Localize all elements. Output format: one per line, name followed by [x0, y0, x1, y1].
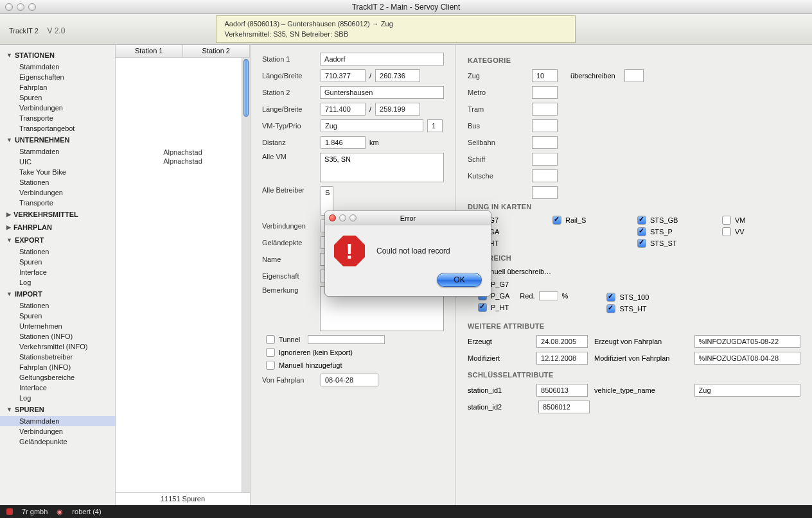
scrollbar[interactable] [242, 58, 250, 492]
check-VV[interactable] [722, 227, 731, 236]
sidebar-group-stationen[interactable]: ▼ STATIONEN [0, 49, 115, 62]
minimize-icon[interactable] [17, 3, 24, 11]
sidebar-item[interactable]: Stationsbetreiber [0, 352, 115, 362]
list-item[interactable]: Alpnachstad [116, 157, 250, 166]
input-modifiziert[interactable] [536, 352, 588, 365]
sidebar-item[interactable]: Verkehrsmittel (INFO) [0, 341, 115, 352]
sidebar-item[interactable]: Transportangebot [0, 123, 115, 134]
input-erzeugt[interactable] [536, 335, 588, 348]
sidebar-item[interactable]: Eigenschaften [0, 72, 115, 82]
check-STS_P[interactable] [637, 227, 646, 236]
sidebar-item[interactable]: Stationen (INFO) [0, 331, 115, 341]
zoom-icon[interactable] [28, 3, 36, 11]
input-lon1[interactable] [321, 69, 366, 82]
kat-input[interactable] [532, 186, 558, 199]
ok-button[interactable]: OK [437, 273, 482, 287]
label-eigenschaft: Eigenschaft [262, 272, 316, 280]
kat-input[interactable] [532, 86, 558, 99]
status-bar: 7r gmbh ◉ robert (4) [0, 505, 812, 518]
input-vmtyp[interactable] [321, 119, 423, 132]
input-station2[interactable] [320, 86, 444, 99]
sidebar-group-fahrplan[interactable]: ▶ FAHRPLAN [0, 221, 115, 234]
check-P_HT[interactable] [478, 303, 487, 312]
check-Rail_S[interactable] [552, 216, 561, 225]
sidebar-item[interactable]: Unternehmen [0, 321, 115, 331]
sidebar-item[interactable]: Fahrplan (INFO) [0, 362, 115, 372]
check-STS_100[interactable] [606, 293, 615, 302]
scrollbar-thumb[interactable] [243, 59, 249, 117]
check-tunnel[interactable] [266, 335, 275, 344]
sidebar-item[interactable]: Spuren [0, 92, 115, 103]
input-station1[interactable] [320, 53, 444, 65]
sidebar-item[interactable]: Stationen [0, 300, 115, 311]
sidebar-item[interactable]: Take Your Bike [0, 167, 115, 177]
label-name: Name [262, 255, 316, 263]
check-ignorieren[interactable] [266, 348, 275, 357]
input-distanz[interactable] [321, 136, 366, 149]
close-icon[interactable] [5, 3, 13, 11]
input-lon2[interactable] [321, 103, 366, 116]
input-prio[interactable] [427, 119, 443, 132]
sidebar-group-unternehmen[interactable]: ▼ UNTERNEHMEN [0, 134, 115, 146]
input-allevm[interactable]: S35, SN [320, 153, 444, 182]
dialog-zoom-icon[interactable] [349, 214, 357, 221]
sidebar-group-verkehrsmittel[interactable]: ▶ VERKEHRSMITTEL [0, 208, 115, 221]
input-red[interactable] [539, 291, 558, 300]
dialog-minimize-icon[interactable] [339, 214, 346, 221]
sidebar-item[interactable]: Spuren [0, 257, 115, 267]
sidebar-item[interactable]: Stammdaten [0, 416, 115, 426]
kat-input[interactable] [532, 69, 558, 82]
sidebar-item[interactable]: Geltungsbereiche [0, 372, 115, 383]
sidebar-item[interactable]: UIC [0, 157, 115, 167]
sidebar-group-export[interactable]: ▼ EXPORT [0, 234, 115, 246]
sidebar-item[interactable]: Stammdaten [0, 146, 115, 157]
sidebar-item[interactable]: Log [0, 393, 115, 403]
window-titlebar: TrackIT 2 - Main - Servoy Client [0, 0, 812, 14]
sidebar-item[interactable]: Verbindungen [0, 426, 115, 436]
kat-input[interactable] [532, 103, 558, 116]
sidebar-item[interactable]: Geländepunkte [0, 436, 115, 447]
input-sid2[interactable] [538, 401, 590, 413]
check-STS_HT[interactable] [606, 304, 615, 313]
kat-input[interactable] [532, 119, 558, 132]
sidebar-item[interactable]: Log [0, 277, 115, 288]
col-station-1[interactable]: Station 1 [116, 45, 183, 57]
sidebar-item[interactable]: Verbindungen [0, 187, 115, 198]
input-tunnel[interactable] [308, 335, 385, 344]
label-tunnel: Tunnel [279, 336, 300, 343]
sidebar-group-spuren[interactable]: ▼ SPUREN [0, 403, 115, 416]
dialog-close-icon[interactable] [329, 214, 336, 221]
input-modifiziert-fp[interactable] [694, 352, 800, 365]
sidebar-item[interactable]: Interface [0, 383, 115, 393]
input-vonfahrplan[interactable] [321, 374, 378, 386]
sidebar-item[interactable]: Spuren [0, 311, 115, 321]
input-ueberschreiben[interactable] [624, 69, 644, 82]
check-label: VV [735, 228, 745, 236]
col-station-2[interactable]: Station 2 [183, 45, 251, 57]
input-sid1[interactable] [536, 384, 588, 397]
kat-input[interactable] [532, 153, 558, 166]
sidebar-item[interactable]: Fahrplan [0, 82, 115, 92]
input-lat2[interactable] [375, 103, 420, 116]
check-STS_ST[interactable] [637, 239, 646, 248]
check-STS_GB[interactable] [637, 216, 646, 225]
sidebar-item[interactable]: Stationen [0, 246, 115, 257]
list-item[interactable]: Alpnachstad [116, 148, 250, 157]
sidebar-item[interactable]: Verbindungen [0, 103, 115, 113]
dialog-title: Error [400, 214, 416, 222]
sidebar-item[interactable]: Interface [0, 267, 115, 277]
unit-km: km [369, 139, 379, 146]
sidebar-item[interactable]: Transporte [0, 198, 115, 208]
check-manuell[interactable] [266, 361, 275, 370]
sidebar-item[interactable]: Transporte [0, 113, 115, 123]
sidebar-group-import[interactable]: ▼ IMPORT [0, 288, 115, 300]
kat-input[interactable] [532, 169, 558, 182]
check-VM[interactable] [722, 216, 731, 225]
sidebar-item[interactable]: Stationen [0, 177, 115, 187]
input-vtn[interactable] [694, 384, 800, 397]
kat-input[interactable] [532, 136, 558, 149]
input-lat1[interactable] [375, 69, 420, 82]
check-label: STS_100 [619, 293, 649, 301]
input-erzeugt-fp[interactable] [694, 335, 800, 348]
sidebar-item[interactable]: Stammdaten [0, 62, 115, 72]
